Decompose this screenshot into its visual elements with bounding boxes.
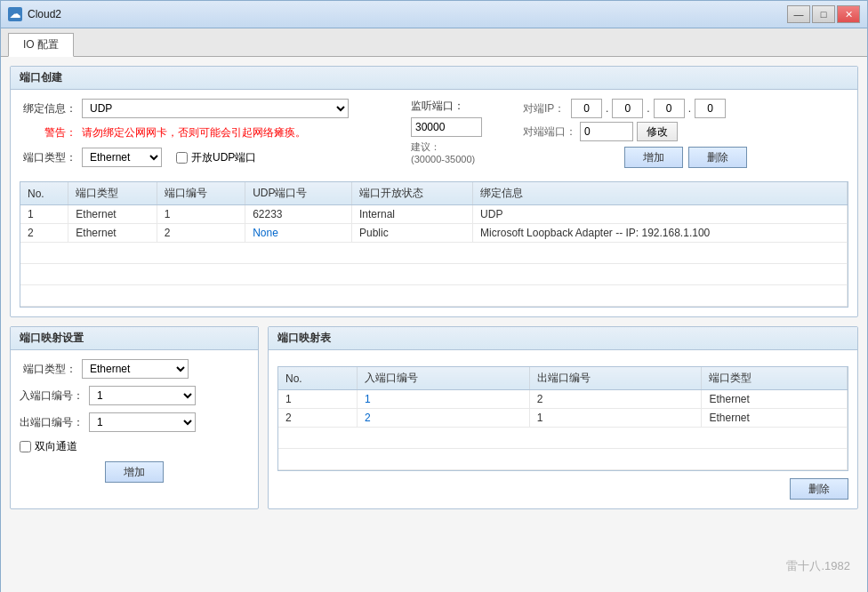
peer-ip-row: 对端IP： . . .	[523, 99, 848, 118]
bidirectional-label: 双向通道	[35, 439, 77, 454]
delete-mapping-button[interactable]: 删除	[790, 478, 848, 500]
map-cell-in-port: 1	[358, 390, 530, 409]
window-controls: — □ ✕	[787, 5, 860, 23]
col-bind-info: 绑定信息	[473, 182, 848, 205]
map-col-no: No.	[278, 367, 358, 390]
ip-part-4[interactable]	[695, 99, 726, 118]
port-mapper-title: 端口映射设置	[11, 327, 258, 350]
port-map-table-body: No. 入端口编号 出端口编号 端口类型 1 1 2	[269, 350, 857, 508]
map-col-port-type: 端口类型	[702, 367, 848, 390]
map-cell-no: 2	[278, 409, 358, 428]
table-row-empty	[278, 449, 848, 470]
map-cell-port-type: Ethernet	[702, 409, 848, 428]
title-bar-left: ☁ Cloud2	[8, 7, 61, 21]
out-port-row: 出端口编号： 1 2 3	[20, 412, 249, 432]
ip-part-1[interactable]	[571, 99, 602, 118]
binding-label: 绑定信息：	[20, 101, 82, 116]
map-cell-port-type: Ethernet	[702, 390, 848, 409]
table-row[interactable]: 2 2 1 Ethernet	[278, 409, 848, 428]
table-row-empty	[20, 243, 848, 264]
peer-port-label: 对端端口：	[523, 124, 576, 140]
cell-no: 2	[20, 224, 68, 243]
in-port-label: 入端口编号：	[20, 388, 89, 404]
close-button[interactable]: ✕	[837, 5, 860, 23]
col-udp-port: UDP端口号	[245, 182, 352, 205]
add-port-button[interactable]: 增加	[624, 147, 683, 168]
bidirectional-row: 双向通道	[20, 439, 249, 454]
modify-button[interactable]: 修改	[637, 122, 678, 141]
port-map-table-title: 端口映射表	[269, 327, 857, 350]
port-table: No. 端口类型 端口编号 UDP端口号 端口开放状态 绑定信息 1	[20, 182, 848, 307]
port-map-table-panel: 端口映射表 No. 入端口编号 出端口编号 端口类型	[268, 326, 858, 509]
title-bar: ☁ Cloud2 — □ ✕	[0, 0, 868, 28]
cell-no: 1	[20, 205, 68, 224]
in-port-select[interactable]: 1 2 3	[89, 386, 196, 405]
minimize-button[interactable]: —	[787, 5, 810, 23]
main-window: IO 配置 端口创建 绑定信息： UDP TCP UDP Multicast	[0, 28, 868, 592]
cell-udp-port: 62233	[245, 205, 352, 224]
open-udp-label: 开放UDP端口	[191, 150, 256, 165]
col-no: No.	[20, 182, 68, 205]
map-table-container: No. 入端口编号 出端口编号 端口类型 1 1 2	[277, 366, 848, 471]
listen-section: 监听端口： 30000 建议： (30000-35000)	[411, 99, 509, 164]
delete-port-button[interactable]: 删除	[688, 147, 747, 168]
tab-io-config[interactable]: IO 配置	[8, 33, 74, 57]
warning-row: 警告： 请勿绑定公网网卡，否则可能会引起网络瘫痪。	[20, 125, 393, 140]
port-mapper-body: 端口类型： Ethernet Serial 入端口编号： 1 2 3	[11, 350, 258, 492]
action-buttons: 增加 删除	[523, 147, 848, 168]
suggest-text: 建议： (30000-35000)	[411, 140, 509, 164]
map-cell-no: 1	[278, 390, 358, 409]
warning-text: 请勿绑定公网网卡，否则可能会引起网络瘫痪。	[82, 125, 306, 140]
peer-ip-label: 对端IP：	[523, 101, 567, 116]
binding-row: 绑定信息： UDP TCP UDP Multicast	[20, 99, 393, 118]
peer-port-input[interactable]	[580, 122, 633, 141]
ip-part-2[interactable]	[612, 99, 643, 118]
map-col-out-port: 出端口编号	[529, 367, 702, 390]
open-udp-checkbox[interactable]	[176, 152, 188, 164]
add-mapping-button[interactable]: 增加	[105, 461, 164, 483]
cell-udp-port: None	[245, 224, 352, 243]
col-port-type: 端口类型	[68, 182, 157, 205]
mapper-port-type-row: 端口类型： Ethernet Serial	[20, 359, 249, 379]
peer-section: 对端IP： . . . 对端端口：	[523, 99, 848, 168]
cell-port-type: Ethernet	[68, 205, 157, 224]
table-row[interactable]: 1 1 2 Ethernet	[278, 390, 848, 409]
cell-open-status: Public	[351, 224, 472, 243]
table-row[interactable]: 2 Ethernet 2 None Public Microsoft Loopb…	[20, 224, 848, 243]
table-row-empty	[20, 285, 848, 307]
mapper-port-type-label: 端口类型：	[20, 362, 82, 377]
map-table: No. 入端口编号 出端口编号 端口类型 1 1 2	[278, 367, 848, 470]
window-title: Cloud2	[28, 8, 61, 20]
mapper-port-type-select[interactable]: Ethernet Serial	[82, 359, 189, 379]
cell-open-status: Internal	[351, 205, 472, 224]
port-table-container: No. 端口类型 端口编号 UDP端口号 端口开放状态 绑定信息 1	[20, 181, 848, 308]
map-table-header: No. 入端口编号 出端口编号 端口类型	[278, 367, 848, 390]
cell-bind-info: UDP	[473, 205, 848, 224]
port-creation-panel: 端口创建 绑定信息： UDP TCP UDP Multicast	[10, 66, 858, 317]
bidirectional-checkbox[interactable]	[20, 441, 31, 452]
port-creation-title: 端口创建	[11, 67, 857, 90]
app-icon: ☁	[8, 7, 22, 21]
col-open-status: 端口开放状态	[351, 182, 472, 205]
cell-port-type: Ethernet	[68, 224, 157, 243]
watermark: 雷十八.1982	[786, 558, 850, 574]
col-port-no: 端口编号	[157, 182, 245, 205]
warning-label: 警告：	[20, 125, 82, 140]
map-cell-out-port: 1	[529, 409, 702, 428]
out-port-select[interactable]: 1 2 3	[89, 412, 196, 432]
cell-port-no: 1	[157, 205, 245, 224]
map-cell-in-port: 2	[358, 409, 530, 428]
bottom-panels: 端口映射设置 端口类型： Ethernet Serial 入端口编号： 1 2	[10, 326, 858, 518]
cell-bind-info: Microsoft Loopback Adapter -- IP: 192.16…	[473, 224, 848, 243]
port-creation-body: 绑定信息： UDP TCP UDP Multicast 警告： 请勿绑定公网网卡…	[11, 90, 857, 316]
listen-port-input[interactable]: 30000	[411, 117, 482, 137]
binding-select[interactable]: UDP TCP UDP Multicast	[82, 99, 349, 118]
in-port-row: 入端口编号： 1 2 3	[20, 386, 249, 405]
listen-port-label: 监听端口：	[411, 100, 464, 112]
port-type-select[interactable]: Ethernet	[82, 148, 162, 167]
tab-bar: IO 配置	[1, 28, 867, 57]
ip-part-3[interactable]	[654, 99, 685, 118]
table-row[interactable]: 1 Ethernet 1 62233 Internal UDP	[20, 205, 848, 224]
maximize-button[interactable]: □	[812, 5, 835, 23]
cell-port-no: 2	[157, 224, 245, 243]
